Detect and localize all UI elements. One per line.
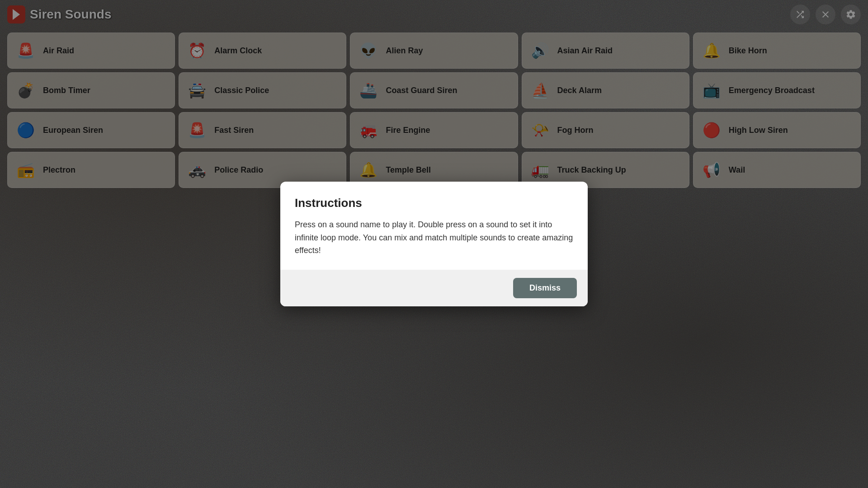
modal-body: Instructions Press on a sound name to pl… [280, 182, 588, 270]
modal-footer: Dismiss [280, 270, 588, 306]
instructions-modal: Instructions Press on a sound name to pl… [280, 182, 588, 306]
modal-title: Instructions [295, 196, 573, 210]
modal-text: Press on a sound name to play it. Double… [295, 218, 573, 257]
modal-overlay: Instructions Press on a sound name to pl… [0, 0, 868, 488]
dismiss-button[interactable]: Dismiss [513, 278, 577, 298]
